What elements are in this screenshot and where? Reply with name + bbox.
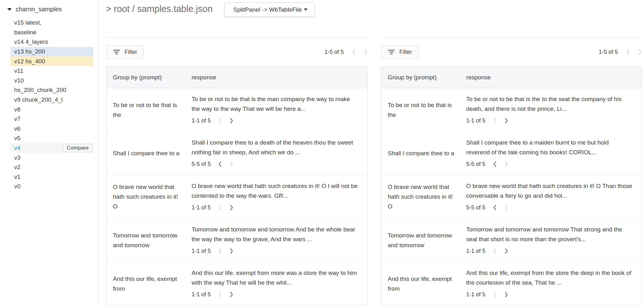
sidebar-item-label: v12 hs_400 <box>14 58 45 65</box>
chevron-right-icon <box>638 49 642 55</box>
sidebar-item[interactable]: v11 <box>10 66 93 76</box>
sidebar-item-label: v11 <box>14 67 23 74</box>
table-header-row: Group by (prompt)response <box>381 67 641 88</box>
panel-toolbar: Filter1-5 of 5 <box>106 45 368 59</box>
chevron-left-icon[interactable] <box>218 161 222 167</box>
column-header-response: response <box>192 74 367 81</box>
response-cell: O brave new world that hath such creatur… <box>192 181 367 213</box>
sidebar-item[interactable]: v4Compare <box>10 143 93 153</box>
chevron-right-icon[interactable] <box>504 248 508 254</box>
sidebar-item-label: v6 <box>14 125 20 132</box>
sidebar-item-label: v0 <box>14 183 20 190</box>
filter-button-label: Filter <box>399 49 412 55</box>
table-row: Shall I compare thee to aShall I compare… <box>381 132 641 175</box>
row-pagination: 1-1 of 5 <box>192 116 359 126</box>
sidebar-item[interactable]: hs_200_chunk_200 <box>10 85 93 95</box>
renderer-select-dropdown[interactable]: SplitPanel -> WbTableFile <box>224 3 315 17</box>
sidebar-item[interactable]: v0 <box>10 182 93 191</box>
filter-icon <box>113 49 125 55</box>
sidebar-item[interactable]: v14 4_layers <box>10 37 93 47</box>
sidebar-item-label: v5 <box>14 135 20 142</box>
table-pagination: 1-5 of 5 <box>599 49 642 55</box>
chevron-right-icon[interactable] <box>504 118 508 124</box>
chevron-right-icon[interactable] <box>504 292 508 298</box>
sidebar-item-label: v9 chunk_200_4_l <box>14 96 63 103</box>
pagination-range: 1-5 of 5 <box>599 49 618 55</box>
chevron-left-icon[interactable] <box>493 161 497 167</box>
sidebar-group-label: charnn_samples <box>16 6 62 13</box>
row-pagination-range: 5-5 of 5 <box>466 203 486 213</box>
response-cell: Tomorrow and tomorrow and tomorrow That … <box>466 225 641 256</box>
chevron-left-icon <box>493 118 497 124</box>
filter-icon <box>388 49 399 55</box>
sidebar-item-label: v10 <box>14 77 24 84</box>
sidebar-item[interactable]: v2 <box>10 162 93 172</box>
table-pagination: 1-5 of 5 <box>325 49 368 55</box>
sidebar-item[interactable]: v9 chunk_200_4_l <box>10 95 93 105</box>
chevron-left-icon[interactable] <box>493 205 497 211</box>
sidebar-item[interactable]: v5 <box>10 134 93 143</box>
column-header-response: response <box>466 74 641 81</box>
chevron-right-icon[interactable] <box>230 118 233 124</box>
sidebar-item[interactable]: v8 <box>10 105 93 114</box>
chevron-right-icon[interactable] <box>230 292 233 298</box>
row-pagination: 1-1 of 5 <box>466 290 633 299</box>
chevron-left-icon <box>218 292 222 298</box>
table-panel-left: Filter1-5 of 5Group by (prompt)responseT… <box>106 37 368 305</box>
sidebar-item[interactable]: baseline <box>10 28 93 37</box>
row-pagination: 1-1 of 5 <box>192 290 359 299</box>
chevron-right-icon <box>230 161 233 167</box>
sidebar-item[interactable]: v15 latest, <box>10 18 93 28</box>
sidebar-item[interactable]: v1 <box>10 172 93 182</box>
filter-button[interactable]: Filter <box>106 45 144 59</box>
sidebar-item[interactable]: v10 <box>10 76 93 86</box>
compare-button[interactable]: Compare <box>63 144 92 152</box>
sidebar-version-list: v15 latest,baselinev14 4_layersv13 hs_20… <box>0 18 98 191</box>
row-pagination: 5-5 of 5 <box>192 159 359 169</box>
table-header-row: Group by (prompt)response <box>107 67 367 88</box>
row-pagination: 5-5 of 5 <box>466 159 633 169</box>
response-text: Shall I compare thee to a maiden burnt t… <box>466 138 633 157</box>
sidebar-item-label: v14 4_layers <box>14 38 48 45</box>
chevron-left-icon <box>493 248 497 254</box>
sidebar-item[interactable]: v12 hs_400 <box>10 56 93 66</box>
sidebar-item[interactable]: v6 <box>10 124 93 134</box>
response-cell: Tomorrow and tomorrow and tomorrow And b… <box>192 225 367 256</box>
table-row: To be or not to be that is theTo be or n… <box>381 88 641 132</box>
chevron-left-icon <box>218 205 222 211</box>
response-cell: O brave new world that hath such creatur… <box>466 181 641 213</box>
sidebar-item[interactable]: v13 hs_200 <box>10 47 93 57</box>
sidebar-item-label: v7 <box>14 116 20 122</box>
response-cell: Shall I compare thee to a death of the h… <box>192 138 367 169</box>
renderer-select-value: SplitPanel -> WbTableFile <box>233 6 302 13</box>
response-text: Shall I compare thee to a death of the h… <box>192 138 359 157</box>
chevron-right-icon <box>504 161 508 167</box>
chevron-left-icon <box>626 49 630 55</box>
chevron-down-icon <box>304 9 308 11</box>
response-cell: And this our life, exempt from more was … <box>192 268 367 299</box>
sidebar-item[interactable]: v7 <box>10 114 93 124</box>
sidebar-group-header[interactable]: charnn_samples <box>0 4 62 14</box>
response-text: O brave new world that hath such creatur… <box>192 181 359 201</box>
chevron-left-icon <box>218 118 222 124</box>
prompt-cell: Tomorrow and tomorrow and tomorrow <box>381 230 466 250</box>
row-pagination: 1-1 of 5 <box>466 116 633 126</box>
sidebar-item-label: v15 latest, <box>14 19 42 26</box>
prompt-cell: Shall I compare thee to a <box>107 148 192 158</box>
response-text: O brave new world that hath such creatur… <box>466 181 633 201</box>
filter-button[interactable]: Filter <box>381 45 419 59</box>
prompt-cell: And this our life, exempt from <box>107 274 192 293</box>
pagination-range: 1-5 of 5 <box>325 49 344 55</box>
sidebar-item[interactable]: v3 <box>10 153 93 162</box>
table-row: O brave new world that hath such creatur… <box>107 175 367 219</box>
chevron-right-icon[interactable] <box>230 248 233 254</box>
response-cell: Shall I compare thee to a maiden burnt t… <box>466 138 641 169</box>
response-text: To be or not to be that is the to the se… <box>466 94 633 114</box>
table-row: To be or not to be that is theTo be or n… <box>107 88 367 132</box>
chevron-right-icon <box>504 205 508 211</box>
prompt-cell: O brave new world that hath such creatur… <box>381 182 466 211</box>
chevron-right-icon[interactable] <box>230 205 233 211</box>
chevron-right-icon <box>364 49 368 55</box>
prompt-cell: Tomorrow and tomorrow and tomorrow <box>107 230 192 250</box>
row-pagination: 1-1 of 5 <box>192 246 359 256</box>
